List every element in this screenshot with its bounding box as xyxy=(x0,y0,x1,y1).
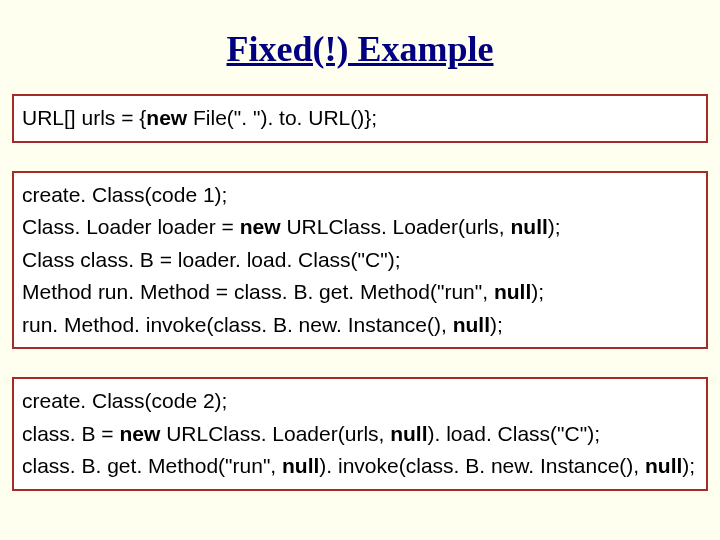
code-blocks-container: URL[] urls = {new File(". "). to. URL()}… xyxy=(6,94,714,491)
code-keyword: new xyxy=(146,106,187,129)
code-text: create. Class(code 1); xyxy=(22,183,233,206)
code-keyword: null xyxy=(453,313,490,336)
code-block: create. Class(code 1); Class. Loader loa… xyxy=(12,171,708,350)
code-text: Class class. B = loader. load. Class("C"… xyxy=(22,248,406,271)
code-line: create. Class(code 2); xyxy=(22,385,698,418)
code-text: Method run. Method = class. B. get. Meth… xyxy=(22,280,494,303)
code-keyword: null xyxy=(390,422,427,445)
code-text: ); xyxy=(531,280,550,303)
code-keyword: null xyxy=(510,215,547,238)
code-line: create. Class(code 1); xyxy=(22,179,698,212)
code-line: URL[] urls = {new File(". "). to. URL()}… xyxy=(22,102,698,135)
code-line: Class class. B = loader. load. Class("C"… xyxy=(22,244,698,277)
code-text: ); xyxy=(548,215,567,238)
code-keyword: new xyxy=(119,422,160,445)
code-block: create. Class(code 2); class. B = new UR… xyxy=(12,377,708,491)
code-text: File(". "). to. URL()}; xyxy=(187,106,383,129)
code-line: run. Method. invoke(class. B. new. Insta… xyxy=(22,309,698,342)
code-block: URL[] urls = {new File(". "). to. URL()}… xyxy=(12,94,708,143)
code-text: create. Class(code 2); xyxy=(22,389,233,412)
code-keyword: null xyxy=(282,454,319,477)
code-line: class. B. get. Method("run", null). invo… xyxy=(22,450,698,483)
code-keyword: null xyxy=(494,280,531,303)
code-text: class. B. get. Method("run", xyxy=(22,454,282,477)
slide-title: Fixed(!) Example xyxy=(6,28,714,70)
code-text: URLClass. Loader(urls, xyxy=(281,215,511,238)
code-text: run. Method. invoke(class. B. new. Insta… xyxy=(22,313,453,336)
code-line: class. B = new URLClass. Loader(urls, nu… xyxy=(22,418,698,451)
code-text: URLClass. Loader(urls, xyxy=(160,422,390,445)
code-keyword: new xyxy=(240,215,281,238)
code-text: ); xyxy=(682,454,701,477)
code-text: class. B = xyxy=(22,422,119,445)
code-text: ); xyxy=(490,313,509,336)
slide: Fixed(!) Example URL[] urls = {new File(… xyxy=(0,0,720,540)
code-keyword: null xyxy=(645,454,682,477)
code-text: URL[] urls = { xyxy=(22,106,146,129)
code-line: Class. Loader loader = new URLClass. Loa… xyxy=(22,211,698,244)
code-text: ). invoke(class. B. new. Instance(), xyxy=(319,454,645,477)
code-text: ). load. Class("C"); xyxy=(428,422,606,445)
code-text: Class. Loader loader = xyxy=(22,215,240,238)
code-line: Method run. Method = class. B. get. Meth… xyxy=(22,276,698,309)
